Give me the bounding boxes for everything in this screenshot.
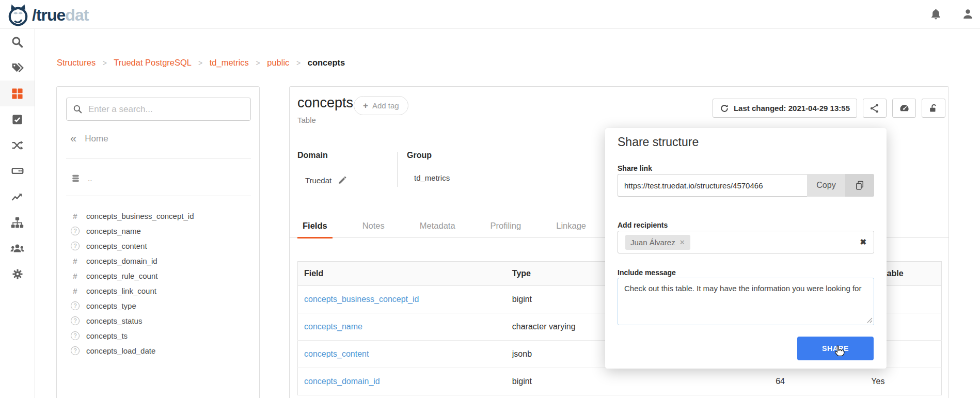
notifications-bell-icon[interactable] [929,8,943,21]
rail-item-systems[interactable] [0,158,35,184]
field-link[interactable]: concepts_name [304,322,362,331]
breadcrumb-current: concepts [308,58,345,67]
recipient-name: Juan Álvarez [630,238,675,247]
field-type: bigint [506,368,769,395]
dashboards-chart-icon [11,190,24,203]
hash-icon [71,272,80,280]
tab-metadata[interactable]: Metadata [415,216,461,237]
field-list-item[interactable]: concepts_type [71,298,251,313]
rail-item-settings[interactable] [0,261,35,287]
last-changed-button[interactable]: Last changed: 2021-04-29 13:55 [713,99,857,118]
rail-item-taxonomy[interactable] [0,210,35,235]
copy-icon [855,180,865,190]
edit-pencil-icon[interactable] [338,176,347,185]
copy-button[interactable]: Copy [807,174,845,197]
question-circle-icon [71,242,80,250]
share-submit-button[interactable]: SHARE [797,337,874,360]
settings-gear-icon [11,268,24,280]
breadcrumb-link-schema[interactable]: public [267,58,289,67]
field-list-item[interactable]: concepts_status [71,313,251,328]
lineage-shuffle-icon [11,139,24,152]
page-title: concepts [297,95,353,111]
recipients-input[interactable]: Juan Álvarez ✕ ✖ [618,231,874,253]
breadcrumb-link-system[interactable]: Truedat PostgreSQL [114,58,191,67]
parent-directory-item[interactable]: .. [71,170,92,186]
rail-item-structures[interactable] [0,81,35,106]
search-icon [11,36,24,49]
share-structure-modal: Share structure Share link Copy Add reci… [605,128,887,369]
confidential-unlock-button[interactable] [922,99,945,118]
field-list-item[interactable]: concepts_load_date [71,343,251,358]
share-structure-button[interactable] [863,99,887,118]
database-icon [71,173,81,183]
share-link-input[interactable] [618,174,807,197]
breadcrumb-link-database[interactable]: td_metrics [210,58,249,67]
refresh-icon [720,104,729,113]
profiling-gauge-button[interactable] [892,99,916,118]
message-textarea[interactable] [618,278,874,325]
field-list-item[interactable]: concepts_rule_count [71,268,251,283]
breadcrumb-separator: > [198,59,202,67]
hash-icon [71,257,80,265]
question-circle-icon [71,301,80,310]
structures-grid-icon [11,88,23,100]
group-value: td_metrics [414,173,450,182]
table-row: concepts_domain_id bigint 64 Yes [298,368,942,395]
question-circle-icon [71,316,80,325]
breadcrumb-separator: > [103,59,107,67]
field-list-item[interactable]: concepts_content [71,238,251,253]
rail-item-search[interactable] [0,29,35,55]
field-list-item[interactable]: concepts_ts [71,328,251,343]
field-list-item[interactable]: concepts_domain_id [71,253,251,268]
column-header-field: Field [298,262,506,286]
field-list-item[interactable]: concepts_link_count [71,283,251,298]
copy-to-clipboard-icon-button[interactable] [845,174,874,197]
modal-title: Share structure [618,135,699,149]
clear-recipients-icon[interactable]: ✖ [860,237,866,247]
top-navigation-bar: /truedat [0,0,980,29]
field-list-item[interactable]: concepts_business_concept_id [71,209,251,224]
question-circle-icon [71,331,80,340]
user-profile-icon[interactable] [961,8,975,21]
group-label: Group [407,151,432,160]
last-changed-label: Last changed: 2021-04-29 13:55 [734,104,850,113]
add-tag-button[interactable]: + Add tag [354,96,408,115]
resize-handle[interactable] [867,317,873,323]
breadcrumb: Structures > Truedat PostgreSQL > td_met… [57,58,345,68]
add-tag-label: Add tag [372,101,399,110]
systems-server-icon [11,164,24,178]
hash-icon [71,286,80,295]
rail-item-users[interactable] [0,235,35,261]
breadcrumb-separator: > [256,59,260,67]
plus-icon: + [363,101,368,111]
gauge-icon [899,103,910,114]
field-link[interactable]: concepts_business_concept_id [304,295,419,304]
truedat-logo[interactable]: /truedat [7,3,88,27]
structure-type-label: Table [297,116,316,124]
rail-item-dashboards[interactable] [0,184,35,210]
tab-profiling[interactable]: Profiling [485,216,527,237]
search-icon [73,104,83,114]
field-list-item[interactable]: concepts_name [71,224,251,238]
breadcrumb-separator: > [296,59,301,67]
question-circle-icon [71,227,80,235]
rail-item-quality[interactable] [0,106,35,132]
tab-fields[interactable]: Fields [297,216,333,237]
left-icon-rail [0,29,35,398]
remove-recipient-icon[interactable]: ✕ [679,238,685,246]
field-link[interactable]: concepts_domain_id [304,377,380,386]
tab-notes[interactable]: Notes [357,216,390,237]
tab-linkage[interactable]: Linkage [551,216,591,237]
add-recipients-label: Add recipients [618,221,668,229]
domain-label: Domain [297,151,328,160]
structure-navigation-panel: « Home .. concepts_business_concept_id c… [56,86,260,398]
question-circle-icon [71,346,80,355]
home-nav-item[interactable]: « Home [70,131,108,147]
hash-icon [71,212,80,220]
rail-item-lineage[interactable] [0,132,35,158]
search-input[interactable] [88,104,233,115]
breadcrumb-link-structures[interactable]: Structures [57,58,96,67]
field-link[interactable]: concepts_content [304,349,369,358]
rail-item-tags[interactable] [0,55,35,81]
divider [397,152,398,187]
